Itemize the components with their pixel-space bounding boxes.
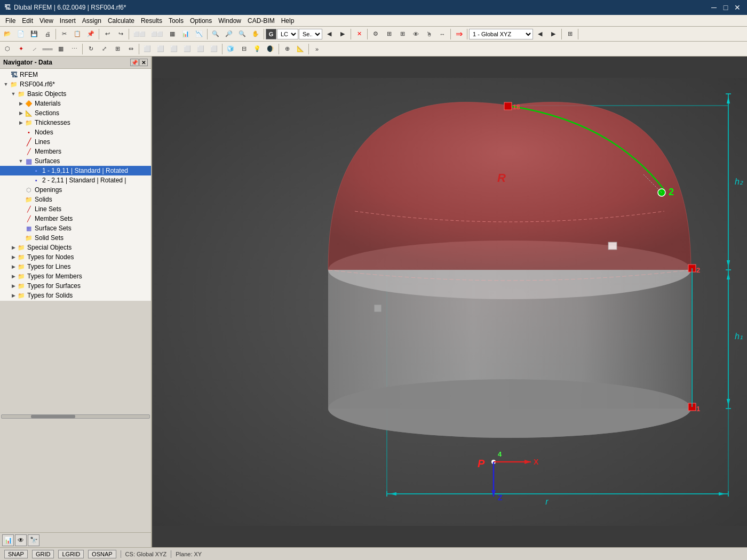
tb-more3[interactable]: 🖱 <box>423 28 435 41</box>
tb-results-mode[interactable]: 📉 <box>193 28 205 41</box>
tb-coord-next[interactable]: ▶ <box>547 28 560 41</box>
tb2-view6[interactable]: ⬜ <box>208 43 220 55</box>
tree-types-surfaces[interactable]: ▶ 📁 Types for Surfaces <box>0 281 151 291</box>
tree-rfem[interactable]: 🏗 RFEM <box>0 70 151 79</box>
nav-data-btn[interactable]: 📊 <box>2 534 14 546</box>
menu-file[interactable]: File <box>2 16 19 26</box>
tb2-mirror[interactable]: ⇔ <box>124 43 137 55</box>
tb2-surface[interactable]: ▦ <box>54 43 67 55</box>
osnap-button[interactable]: OSNAP <box>88 550 116 558</box>
tb-copy[interactable]: 📋 <box>71 28 84 41</box>
tree-members[interactable]: ╱ Members <box>0 147 151 156</box>
tb2-line[interactable]: ⟋ <box>28 43 41 55</box>
tb-rightarrow[interactable]: ⇒ <box>452 28 465 41</box>
menu-cadbim[interactable]: CAD-BIM <box>244 16 278 26</box>
tree-nodes[interactable]: • Nodes <box>0 127 151 137</box>
tb-render4[interactable]: 📊 <box>179 28 192 41</box>
tb2-rotate[interactable]: ↻ <box>84 43 97 55</box>
menu-assign[interactable]: Assign <box>79 16 105 26</box>
menu-insert[interactable]: Insert <box>57 16 79 26</box>
tb-zoom-in[interactable]: 🔎 <box>222 28 235 41</box>
menu-results[interactable]: Results <box>138 16 165 26</box>
tb2-more[interactable]: ⋯ <box>68 43 81 55</box>
tb-coord-prev[interactable]: ◀ <box>534 28 546 41</box>
tree-surface1[interactable]: ▪ 1 - 1,9,11 | Standard | Rotated <box>0 166 151 175</box>
close-button[interactable]: ✕ <box>732 3 743 12</box>
tb-zoom-fit[interactable]: 🔍 <box>209 28 222 41</box>
menu-calculate[interactable]: Calculate <box>105 16 138 26</box>
tb2-3d[interactable]: 🧊 <box>224 43 237 55</box>
se-selector[interactable]: Se... <box>299 29 322 39</box>
tree-solid-sets[interactable]: 📁 Solid Sets <box>0 233 151 243</box>
tree-lines[interactable]: ╱ Lines <box>0 137 151 147</box>
nav-scrollbar[interactable] <box>0 301 151 533</box>
tb-more4[interactable]: ↔ <box>436 28 449 41</box>
tb-new[interactable]: 📄 <box>14 28 27 41</box>
menu-view[interactable]: View <box>36 16 57 26</box>
tb-display[interactable]: ⊞ <box>563 28 576 41</box>
nav-view-btn[interactable]: 🔭 <box>28 534 39 546</box>
nav-display-btn[interactable]: 👁 <box>15 534 27 546</box>
lgrid-button[interactable]: LGRID <box>58 550 84 558</box>
scrollbar-thumb[interactable] <box>31 415 75 418</box>
tb-open[interactable]: 📂 <box>1 28 14 41</box>
tb-pan[interactable]: ✋ <box>249 28 262 41</box>
tb-paste[interactable]: 📌 <box>84 28 97 41</box>
tb2-axes[interactable]: ⊕ <box>281 43 293 55</box>
g-button[interactable]: G <box>266 29 276 39</box>
menu-window[interactable]: Window <box>215 16 244 26</box>
tree-surface2[interactable]: ▪ 2 - 2,11 | Standard | Rotated | <box>0 175 151 185</box>
tb2-shade[interactable]: 🌒 <box>264 43 277 55</box>
tb2-ortho[interactable]: ⊟ <box>237 43 250 55</box>
tb2-view4[interactable]: ⬜ <box>181 43 194 55</box>
tb-redo[interactable]: ↪ <box>114 28 127 41</box>
tb-prev[interactable]: ◀ <box>323 28 336 41</box>
tree-member-sets[interactable]: ╱ Member Sets <box>0 214 151 223</box>
tb-close-results[interactable]: ✕ <box>353 28 365 41</box>
navigator-controls[interactable]: 📌 ✕ <box>130 59 148 66</box>
tree-surface-sets[interactable]: ▦ Surface Sets <box>0 223 151 233</box>
tb2-view5[interactable]: ⬜ <box>194 43 207 55</box>
tree-materials[interactable]: ▶ 🔶 Materials <box>0 99 151 108</box>
tb2-measure[interactable]: 📐 <box>294 43 307 55</box>
tree-types-members[interactable]: ▶ 📁 Types for Members <box>0 271 151 281</box>
snap-button[interactable]: SNAP <box>4 550 28 558</box>
tb-save[interactable]: 💾 <box>28 28 41 41</box>
tree-special-objects[interactable]: ▶ 📁 Special Objects <box>0 243 151 252</box>
viewport[interactable]: h₂ h₁ r <box>152 57 747 547</box>
tb-cut[interactable]: ✂ <box>58 28 70 41</box>
nav-pin[interactable]: 📌 <box>130 59 139 66</box>
tb-print[interactable]: 🖨 <box>41 28 54 41</box>
tree-types-lines[interactable]: ▶ 📁 Types for Lines <box>0 262 151 271</box>
tb-render-model[interactable]: ⬜⬜ <box>131 28 148 41</box>
tb-zoom-out[interactable]: 🔍 <box>236 28 249 41</box>
menu-edit[interactable]: Edit <box>19 16 36 26</box>
grid-button[interactable]: GRID <box>32 550 54 558</box>
menu-tools[interactable]: Tools <box>165 16 187 26</box>
tree-sections[interactable]: ▶ 📐 Sections <box>0 108 151 118</box>
tb2-member[interactable]: ═══ <box>41 43 54 55</box>
tb-more2[interactable]: 👁 <box>409 28 422 41</box>
tree-surfaces[interactable]: ▼ ▦ Surfaces <box>0 156 151 166</box>
tb-settings[interactable]: ⚙ <box>369 28 382 41</box>
maximize-button[interactable]: □ <box>720 3 731 12</box>
tree-solids[interactable]: 📁 Solids <box>0 195 151 204</box>
tree-thicknesses[interactable]: ▶ 📁 Thicknesses <box>0 118 151 127</box>
tb-next[interactable]: ▶ <box>336 28 349 41</box>
tb2-view2[interactable]: ⬜ <box>154 43 167 55</box>
menu-options[interactable]: Options <box>187 16 215 26</box>
tree-types-nodes[interactable]: ▶ 📁 Types for Nodes <box>0 252 151 262</box>
tree-project[interactable]: ▼ 📁 RSF004.rf6* <box>0 79 151 89</box>
tb2-view3[interactable]: ⬜ <box>168 43 180 55</box>
tb2-select[interactable]: ⬡ <box>1 43 14 55</box>
tree-types-solids[interactable]: ▶ 📁 Types for Solids <box>0 291 151 300</box>
menu-help[interactable]: Help <box>278 16 298 26</box>
tb2-snap-more[interactable]: » <box>311 43 323 55</box>
lc-selector[interactable]: LC1 <box>277 29 298 39</box>
tree-basic-objects[interactable]: ▼ 📁 Basic Objects <box>0 89 151 99</box>
tb2-node[interactable]: ✦ <box>14 43 27 55</box>
scrollbar-track[interactable] <box>1 414 150 419</box>
tree-line-sets[interactable]: ╱ Line Sets <box>0 204 151 214</box>
tb2-scale[interactable]: ⊞ <box>111 43 124 55</box>
nav-tree[interactable]: 🏗 RFEM ▼ 📁 RSF004.rf6* ▼ 📁 Basic Objects… <box>0 69 151 301</box>
